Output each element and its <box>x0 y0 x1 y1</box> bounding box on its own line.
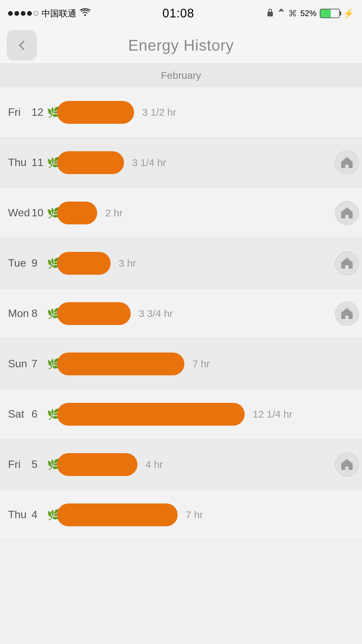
back-button[interactable] <box>7 30 37 60</box>
energy-row: Wed 10 🌿 2 hr <box>0 188 362 238</box>
bar-area: 3 3/4 hr <box>57 302 332 325</box>
day-area: Sun 7 🌿 <box>0 358 57 370</box>
day-area: Thu 4 🌿 <box>0 508 57 521</box>
day-number: 5 <box>32 458 44 471</box>
day-name: Sat <box>8 408 28 420</box>
duration-text: 7 hr <box>192 358 210 370</box>
day-area: Tue 9 🌿 <box>0 257 57 269</box>
home-icon-wrap <box>332 151 362 175</box>
energy-bar <box>57 353 184 375</box>
location-icon <box>278 8 285 19</box>
day-area: Fri 12 🌿 <box>0 106 57 118</box>
day-number: 6 <box>32 408 44 420</box>
day-number: 4 <box>32 508 44 521</box>
svg-point-0 <box>84 14 86 16</box>
home-icon-wrap <box>332 452 362 477</box>
home-icon-wrap <box>332 201 362 225</box>
signal-dot-5 <box>34 11 38 16</box>
day-number: 10 <box>32 207 44 219</box>
energy-row: Mon 8 🌿 3 3/4 hr <box>0 288 362 339</box>
day-name: Thu <box>8 156 28 169</box>
bluetooth-icon: ⌘ <box>288 8 297 19</box>
bar-area: 4 hr <box>57 453 332 476</box>
energy-row: Thu 4 🌿 7 hr <box>0 490 362 540</box>
day-name: Thu <box>8 508 28 521</box>
status-left: 中国联通 <box>8 8 90 19</box>
day-area: Mon 8 🌿 <box>0 307 57 320</box>
day-name: Tue <box>8 257 28 269</box>
energy-row: Fri 5 🌿 4 hr <box>0 439 362 490</box>
energy-row: Sun 7 🌿 7 hr <box>0 339 362 389</box>
day-number: 9 <box>32 257 44 269</box>
day-name: Fri <box>8 458 28 471</box>
day-number: 7 <box>32 358 44 370</box>
energy-bar <box>57 202 97 224</box>
charging-icon: ⚡ <box>343 8 354 19</box>
status-right: ⌘ 52% ⚡ <box>266 8 354 19</box>
page-title: Energy History <box>128 36 234 54</box>
day-number: 8 <box>32 307 44 320</box>
bar-area: 7 hr <box>57 503 332 526</box>
day-area: Wed 10 🌿 <box>0 207 57 219</box>
day-name: Mon <box>8 307 28 320</box>
month-header: February <box>0 64 362 87</box>
bar-area: 2 hr <box>57 202 332 224</box>
bar-area: 3 1/2 hr <box>57 101 332 124</box>
duration-text: 3 3/4 hr <box>139 308 173 319</box>
battery-text: 52% <box>300 9 316 18</box>
home-icon-wrap <box>332 251 362 275</box>
duration-text: 3 hr <box>119 258 136 269</box>
wifi-icon <box>80 8 90 19</box>
duration-text: 2 hr <box>105 207 123 219</box>
signal-dot-1 <box>8 11 13 16</box>
home-icon <box>335 302 359 326</box>
energy-bar <box>57 252 111 275</box>
duration-text: 4 hr <box>145 459 163 470</box>
day-name: Sun <box>8 358 28 370</box>
day-number: 12 <box>32 106 44 118</box>
energy-bar <box>57 101 134 124</box>
energy-bar <box>57 151 124 174</box>
duration-text: 3 1/4 hr <box>132 157 166 168</box>
bar-area: 3 hr <box>57 252 332 275</box>
day-area: Thu 11 🌿 <box>0 156 57 169</box>
energy-bar <box>57 403 245 426</box>
day-area: Fri 5 🌿 <box>0 458 57 471</box>
duration-text: 3 1/2 hr <box>142 107 176 118</box>
signal-dot-2 <box>14 11 19 16</box>
energy-row: Fri 12 🌿 3 1/2 hr <box>0 87 362 138</box>
home-icon-wrap <box>332 302 362 326</box>
day-name: Wed <box>8 207 28 219</box>
nav-bar: Energy History <box>0 27 362 64</box>
home-icon <box>335 151 359 175</box>
energy-row: Thu 11 🌿 3 1/4 hr <box>0 138 362 188</box>
status-bar: 中国联通 01:08 ⌘ 52% <box>0 0 362 27</box>
status-time: 01:08 <box>162 6 194 20</box>
energy-list: Fri 12 🌿 3 1/2 hr Thu 11 🌿 3 1/4 hr <box>0 87 362 540</box>
energy-row: Sat 6 🌿 12 1/4 hr <box>0 389 362 439</box>
home-icon <box>335 452 359 477</box>
svg-rect-1 <box>267 12 273 16</box>
duration-text: 7 hr <box>186 509 203 521</box>
lock-icon <box>266 8 274 19</box>
battery-icon <box>320 9 340 18</box>
day-name: Fri <box>8 106 28 118</box>
battery-fill <box>320 9 331 17</box>
signal-dot-4 <box>27 11 32 16</box>
carrier-text: 中国联通 <box>42 8 76 19</box>
month-label: February <box>161 70 201 81</box>
energy-bar <box>57 503 178 526</box>
energy-row: Tue 9 🌿 3 hr <box>0 238 362 288</box>
bar-area: 3 1/4 hr <box>57 151 332 174</box>
home-icon <box>335 251 359 275</box>
signal-dots <box>8 11 38 16</box>
duration-text: 12 1/4 hr <box>253 409 292 420</box>
signal-dot-3 <box>21 11 25 16</box>
energy-bar <box>57 453 137 476</box>
bar-area: 7 hr <box>57 353 332 375</box>
energy-bar <box>57 302 131 325</box>
bar-area: 12 1/4 hr <box>57 403 332 426</box>
day-number: 11 <box>32 156 44 169</box>
day-area: Sat 6 🌿 <box>0 408 57 420</box>
home-icon <box>335 201 359 225</box>
